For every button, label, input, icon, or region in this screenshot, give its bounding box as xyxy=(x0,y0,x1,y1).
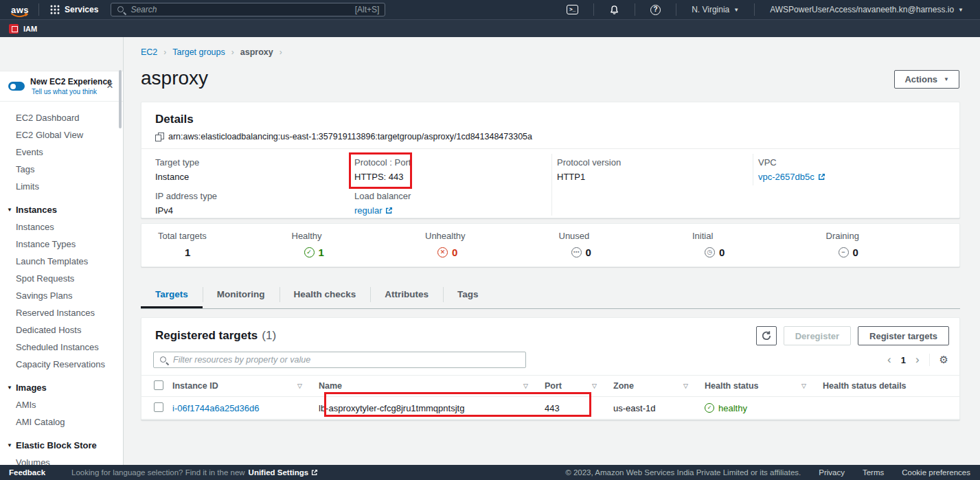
divider xyxy=(676,3,676,16)
previous-page-icon[interactable]: ‹ xyxy=(887,354,891,365)
health-summary-panel: Total targets 1 Healthy ✓ 1 Unhealthy ✕ … xyxy=(141,223,960,267)
section-caret-icon: ▼ xyxy=(7,385,12,391)
breadcrumb-item: EC2 › xyxy=(141,47,172,57)
sidebar-item[interactable]: ▼ Reserved Instances xyxy=(0,304,123,321)
sidebar-item[interactable]: ▼ Limits xyxy=(0,178,123,195)
field-target-type: Target type Instance xyxy=(155,157,199,182)
sort-icon[interactable]: ▽ xyxy=(592,382,597,389)
sidebar-item[interactable]: ▼ Elastic Block Store xyxy=(0,437,123,454)
terms-link[interactable]: Terms xyxy=(863,468,884,477)
services-menu-button[interactable]: Services xyxy=(46,5,102,14)
new-experience-toggle[interactable] xyxy=(8,82,25,91)
page-title: asproxy xyxy=(141,67,208,89)
search-placeholder: Search xyxy=(130,5,350,14)
sidebar-item[interactable]: ▼ Instances xyxy=(0,201,123,218)
field-load-balancer: Load balancer regular xyxy=(354,191,411,216)
vpc-link[interactable]: vpc-2657db5c xyxy=(758,172,825,182)
next-page-icon[interactable]: › xyxy=(915,354,920,365)
tab[interactable]: Monitoring xyxy=(203,282,280,308)
actions-button[interactable]: Actions ▼ xyxy=(894,70,959,89)
divider xyxy=(753,154,753,185)
favorite-iam-link[interactable]: IAM xyxy=(9,24,37,34)
sidebar-nav: ▼ EC2 Dashboard ▼ EC2 Global View ▼ Even… xyxy=(0,102,123,465)
tab[interactable]: Tags xyxy=(443,282,493,308)
sidebar-item[interactable]: ▼ AMIs xyxy=(0,396,123,413)
sidebar-scrollbar[interactable] xyxy=(119,70,122,128)
tab[interactable]: Attributes xyxy=(370,282,443,308)
sort-icon[interactable]: ▽ xyxy=(683,382,688,389)
footer-bar: Feedback Looking for language selection?… xyxy=(0,465,980,480)
refresh-button[interactable] xyxy=(756,326,777,345)
breadcrumb-link[interactable]: Target groups xyxy=(172,47,225,57)
row-checkbox[interactable] xyxy=(154,402,163,412)
health-stat: Unhealthy ✕ 0 xyxy=(425,231,559,258)
divider xyxy=(551,154,552,216)
sidebar-item[interactable]: ▼ Spot Requests xyxy=(0,270,123,287)
breadcrumb-separator-icon: › xyxy=(280,47,282,57)
privacy-link[interactable]: Privacy xyxy=(819,468,845,477)
column-header[interactable]: Zone ▽ xyxy=(613,381,705,391)
region-selector[interactable]: N. Virginia ▼ xyxy=(683,5,747,14)
page-number[interactable]: 1 xyxy=(901,355,906,365)
external-link-icon xyxy=(311,469,318,476)
divider xyxy=(38,3,39,16)
notifications-button[interactable] xyxy=(601,5,628,15)
tab[interactable]: Targets xyxy=(141,282,203,308)
ellipsis-circle-icon: ⋯ xyxy=(571,247,582,258)
sidebar-item[interactable]: ▼ Instance Types xyxy=(0,236,123,253)
breadcrumb-link[interactable]: asproxy xyxy=(240,47,273,57)
copy-icon[interactable] xyxy=(155,133,163,141)
gear-icon[interactable]: ⚙ xyxy=(939,354,948,365)
refresh-icon xyxy=(761,330,772,341)
cookie-preferences-link[interactable]: Cookie preferences xyxy=(902,468,970,477)
sort-icon[interactable]: ▽ xyxy=(523,382,528,389)
close-icon[interactable]: × xyxy=(106,80,113,91)
global-search-input[interactable]: Search [Alt+S] xyxy=(111,3,385,16)
instance-id-link[interactable]: i-06f1744a6a25d36d6 xyxy=(172,403,260,413)
help-button[interactable]: ? xyxy=(642,5,669,15)
sidebar-item[interactable]: ▼ EC2 Global View xyxy=(0,126,123,144)
load-balancer-link[interactable]: regular xyxy=(354,205,393,216)
clock-circle-icon: ◷ xyxy=(705,247,715,258)
sidebar-item[interactable]: ▼ Instances xyxy=(0,218,123,236)
sidebar-item[interactable]: ▼ Scheduled Instances xyxy=(0,339,123,356)
sidebar-item[interactable]: ▼ Tags xyxy=(0,161,123,178)
account-menu[interactable]: AWSPowerUserAccess/navaneeth.kn@harness.… xyxy=(762,5,972,14)
column-header[interactable]: Instance ID ▽ xyxy=(172,381,319,391)
breadcrumb-item: asproxy › xyxy=(240,47,288,57)
language-selection-text: Looking for language selection? Find it … xyxy=(71,468,318,477)
table-row: i-06f1744a6a25d36d6 lb-asproxytyler-cfcg… xyxy=(141,397,959,420)
health-stat: Initial ◷ 0 xyxy=(692,231,826,258)
sidebar-item[interactable]: ▼ Dedicated Hosts xyxy=(0,321,123,339)
feedback-button[interactable]: Feedback xyxy=(9,468,45,477)
register-targets-button[interactable]: Register targets xyxy=(858,326,949,345)
cloudshell-button[interactable]: >_ xyxy=(558,5,586,14)
column-header[interactable]: Name ▽ xyxy=(319,381,545,391)
sidebar-item[interactable]: ▼ Launch Templates xyxy=(0,253,123,270)
check-circle-icon: ✓ xyxy=(304,247,315,258)
breadcrumb-link[interactable]: EC2 xyxy=(141,47,157,57)
filter-input[interactable]: Filter resources by property or value xyxy=(153,352,526,368)
filter-placeholder: Filter resources by property or value xyxy=(173,355,310,365)
sidebar-item[interactable]: ▼ Images xyxy=(0,379,123,396)
column-header[interactable]: Port ▽ xyxy=(545,381,613,391)
tab[interactable]: Health checks xyxy=(280,282,371,308)
sort-icon[interactable]: ▽ xyxy=(801,382,806,389)
sidebar-item[interactable]: ▼ AMI Catalog xyxy=(0,413,123,431)
column-header[interactable]: Health status ▽ xyxy=(705,381,823,391)
sort-icon[interactable]: ▽ xyxy=(297,382,302,389)
field-protocol-port: Protocol : Port HTTPS: 443 xyxy=(354,157,411,182)
aws-logo[interactable]: aws xyxy=(8,3,32,16)
select-all-checkbox[interactable] xyxy=(154,380,163,390)
sidebar-item[interactable]: ▼ Savings Plans xyxy=(0,287,123,304)
health-stat: Healthy ✓ 1 xyxy=(292,231,426,258)
unified-settings-link[interactable]: Unified Settings xyxy=(249,468,319,477)
sidebar-item[interactable]: ▼ EC2 Dashboard xyxy=(0,109,123,126)
column-header[interactable]: Health status details ▽ xyxy=(823,381,959,391)
sidebar-item[interactable]: ▼ Events xyxy=(0,144,123,161)
breadcrumb-item: Target groups › xyxy=(172,47,240,57)
deregister-button[interactable]: Deregister xyxy=(784,326,851,345)
sidebar-item[interactable]: ▼ Volumes xyxy=(0,454,123,465)
check-circle-icon: ✓ xyxy=(705,403,714,413)
sidebar-item[interactable]: ▼ Capacity Reservations xyxy=(0,356,123,373)
